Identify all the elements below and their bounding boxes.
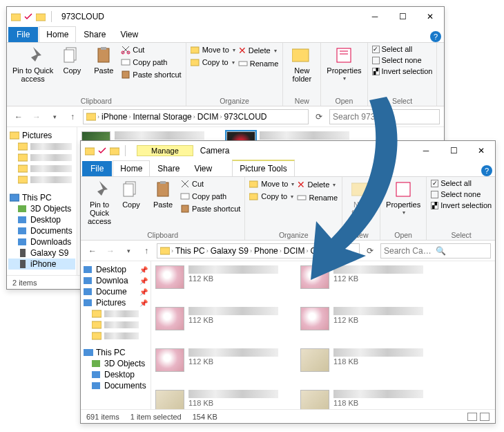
cut-button[interactable]: Cut: [180, 178, 240, 189]
tree-documents[interactable]: Docume📌: [82, 286, 149, 297]
file-item[interactable]: 112 KB: [155, 307, 287, 330]
nav-tree[interactable]: Pictures This PC 3D Objects Desktop Docu…: [7, 127, 77, 275]
svg-rect-13: [292, 49, 309, 62]
tab-home[interactable]: Home: [39, 26, 76, 42]
forward-button[interactable]: →: [29, 109, 44, 124]
tree-documents[interactable]: Documents: [8, 225, 75, 236]
close-button[interactable]: ✕: [416, 7, 444, 26]
file-item[interactable]: 118 KB: [155, 390, 287, 409]
tree-iphone[interactable]: iPhone: [8, 259, 75, 270]
invert-selection-button[interactable]: ▞Invert selection: [431, 200, 492, 210]
tiles-view-icon[interactable]: [480, 413, 490, 421]
maximize-button[interactable]: ☐: [389, 7, 416, 26]
rename-button[interactable]: Rename: [238, 58, 279, 69]
folder-icon: [11, 12, 21, 21]
copy-button[interactable]: Copy: [117, 178, 146, 210]
new-folder-button[interactable]: New folder: [287, 44, 316, 84]
file-item[interactable]: 118 KB: [300, 390, 432, 409]
minimize-button[interactable]: ─: [361, 7, 389, 26]
pin-to-quick-access-button[interactable]: Pin to Quick access: [11, 44, 55, 84]
move-to-button[interactable]: Move to: [191, 44, 235, 55]
paste-shortcut-button[interactable]: Paste shortcut: [121, 69, 181, 80]
tab-picture-tools[interactable]: Picture Tools: [232, 160, 294, 176]
tree-desktop[interactable]: Desktop: [8, 214, 75, 225]
copy-to-button[interactable]: Copy to: [249, 191, 294, 202]
tree-this-pc[interactable]: This PC: [8, 192, 75, 203]
tree-downloads[interactable]: Downloads: [8, 236, 75, 247]
details-view-icon[interactable]: [467, 413, 477, 421]
maximize-button[interactable]: ☐: [440, 141, 467, 160]
tree-desktop-2[interactable]: Desktop: [82, 369, 149, 380]
copy-to-button[interactable]: Copy to: [191, 57, 235, 68]
titlebar[interactable]: Manage Camera ─ ☐ ✕: [81, 141, 495, 160]
file-size: 118 KB: [188, 399, 278, 407]
thumbnail: [155, 265, 184, 289]
tab-view[interactable]: View: [113, 27, 145, 42]
help-icon[interactable]: ?: [481, 165, 492, 176]
minimize-button[interactable]: ─: [412, 141, 440, 160]
file-item[interactable]: 112 KB: [155, 265, 287, 289]
invert-selection-button[interactable]: ▞Invert selection: [372, 66, 433, 76]
help-icon[interactable]: ?: [430, 31, 441, 42]
tab-share[interactable]: Share: [77, 27, 113, 42]
move-to-button[interactable]: Move to: [249, 178, 294, 189]
back-button[interactable]: ←: [11, 109, 26, 124]
breadcrumb-box[interactable]: ›This PC ›Galaxy S9 ›Phone ›DCIM ›Camera: [157, 243, 360, 259]
svg-rect-23: [18, 216, 26, 223]
paste-shortcut-button[interactable]: Paste shortcut: [180, 203, 240, 214]
select-all-button[interactable]: ✓Select all: [431, 178, 492, 188]
properties-button[interactable]: Properties: [325, 44, 362, 84]
paste-button[interactable]: Paste: [148, 178, 177, 210]
ribbon-tabs: File Home Share View ?: [7, 26, 444, 43]
tree-this-pc[interactable]: This PC: [82, 347, 149, 358]
properties-button[interactable]: Properties: [385, 178, 422, 218]
file-item[interactable]: 112 KB: [300, 265, 432, 289]
tab-share[interactable]: Share: [151, 161, 186, 176]
file-item[interactable]: 118 KB: [300, 348, 432, 372]
new-folder-button[interactable]: New folder: [347, 178, 376, 218]
thumbnail: [155, 390, 184, 409]
tab-file[interactable]: File: [8, 27, 38, 42]
forward-button[interactable]: →: [103, 243, 118, 259]
paste-button[interactable]: Paste: [89, 44, 118, 76]
up-button[interactable]: ↑: [139, 243, 154, 259]
tree-documents-2[interactable]: Documents: [82, 380, 149, 391]
recent-button[interactable]: ▾: [47, 109, 62, 124]
tab-file[interactable]: File: [82, 161, 112, 176]
tree-pictures[interactable]: Pictures: [8, 130, 75, 141]
file-item[interactable]: 112 KB: [300, 307, 432, 330]
titlebar[interactable]: 973CLOUD ─ ☐ ✕: [7, 7, 444, 26]
tree-pictures[interactable]: Pictures📌: [82, 297, 149, 308]
copy-path-button[interactable]: Copy path: [121, 57, 181, 68]
tab-home[interactable]: Home: [113, 160, 150, 176]
file-list[interactable]: 112 KB112 KB112 KB112 KB112 KB118 KB118 …: [151, 261, 495, 409]
select-all-button[interactable]: ✓Select all: [372, 44, 433, 54]
delete-button[interactable]: ✕Delete: [238, 44, 279, 57]
search-input[interactable]: Search 973CLOUD🔍: [329, 109, 440, 124]
pin-to-quick-access-button[interactable]: Pin to Quick access: [85, 178, 114, 227]
tree-3d-objects[interactable]: 3D Objects: [82, 358, 149, 369]
refresh-button[interactable]: ⟳: [362, 243, 378, 259]
file-name: [188, 390, 278, 398]
tree-downloads[interactable]: Downloa📌: [82, 275, 149, 286]
search-input[interactable]: Search Camera🔍: [380, 243, 491, 259]
copy-button[interactable]: Copy: [57, 44, 86, 76]
recent-button[interactable]: ▾: [121, 243, 136, 259]
close-button[interactable]: ✕: [467, 141, 495, 160]
copy-path-button[interactable]: Copy path: [180, 191, 240, 202]
breadcrumb-box[interactable]: ›iPhone ›Internal Storage ›DCIM ›973CLOU…: [83, 109, 309, 124]
select-none-button[interactable]: Select none: [431, 189, 492, 199]
file-item[interactable]: 112 KB: [155, 348, 287, 372]
up-button[interactable]: ↑: [65, 109, 80, 124]
nav-tree[interactable]: Desktop📌 Downloa📌 Docume📌 Pictures📌 This…: [81, 261, 151, 409]
rename-button[interactable]: Rename: [297, 192, 338, 203]
back-button[interactable]: ←: [85, 243, 100, 259]
tree-galaxy-s9[interactable]: Galaxy S9: [8, 247, 75, 259]
delete-button[interactable]: ✕Delete: [297, 178, 338, 191]
tree-desktop[interactable]: Desktop📌: [82, 264, 149, 275]
refresh-button[interactable]: ⟳: [311, 109, 327, 124]
select-none-button[interactable]: Select none: [372, 55, 433, 65]
cut-button[interactable]: Cut: [121, 44, 181, 55]
tab-view[interactable]: View: [187, 161, 219, 176]
tree-3d-objects[interactable]: 3D Objects: [8, 203, 75, 214]
